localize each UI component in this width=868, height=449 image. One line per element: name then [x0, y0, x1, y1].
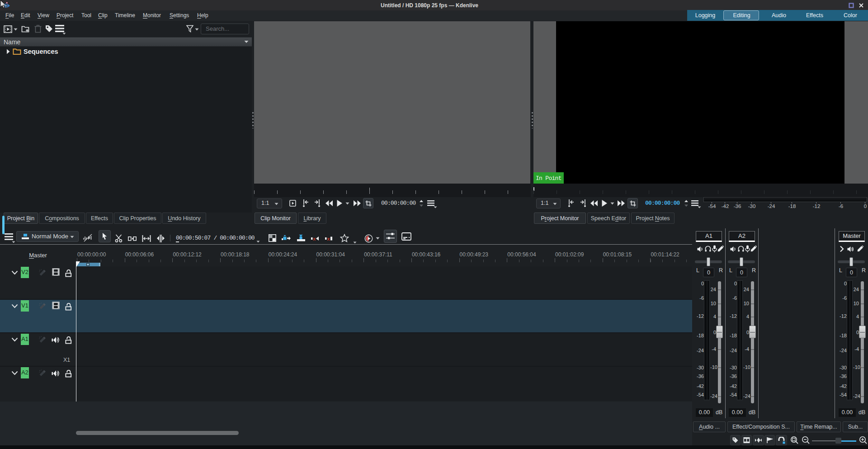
svg-text:x: x [313, 236, 316, 241]
svg-text:x: x [327, 236, 330, 241]
